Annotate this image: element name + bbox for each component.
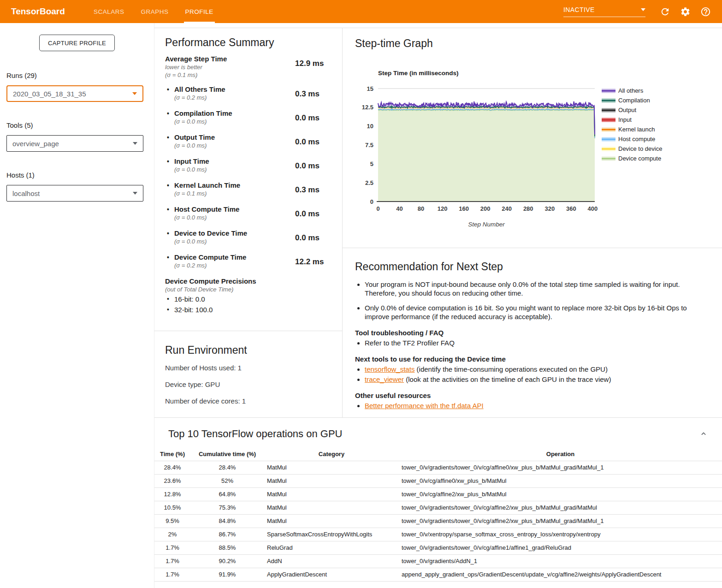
svg-text:360: 360 bbox=[566, 205, 576, 212]
bullet-icon: • bbox=[167, 253, 169, 261]
legend-item[interactable]: Input bbox=[602, 116, 632, 123]
perf-item-value: 0.0 ms bbox=[295, 229, 320, 245]
table-cell: tower_0/v/gradients/tower_0/v/cg/affine1… bbox=[399, 541, 722, 554]
svg-text:Device to device: Device to device bbox=[618, 145, 662, 152]
recommendation-title: Recommendation for Next Step bbox=[355, 261, 694, 273]
recommendation-list: Better performance with the tf.data API bbox=[355, 401, 694, 410]
column-header: Time (%) bbox=[154, 447, 190, 461]
table-cell: 86.7% bbox=[190, 528, 264, 541]
table-cell: 9.5% bbox=[154, 514, 190, 528]
table-cell: 88.5% bbox=[190, 541, 264, 554]
average-step-time-sigma: (σ = 0.1 ms) bbox=[165, 71, 295, 79]
table-cell: tower_0/v/gradients/tower_0/v/cg/affine2… bbox=[399, 501, 722, 514]
table-row: 2%86.7%SparseSoftmaxCrossEntropyWithLogi… bbox=[154, 528, 722, 541]
table-cell: 2% bbox=[154, 528, 190, 541]
table-cell: 1.7% bbox=[154, 554, 190, 568]
run-environment-card: Run Environment Number of Hosts used: 1 … bbox=[154, 331, 342, 417]
chevron-down-icon bbox=[641, 8, 645, 11]
svg-text:15: 15 bbox=[367, 85, 373, 92]
table-cell: tower_0/v/gradients/tower_0/v/cg/affine0… bbox=[399, 461, 722, 474]
perf-summary-item: •Device Compute Time(σ = 0.2 ms)12.2 ms bbox=[165, 253, 325, 269]
tab-profile[interactable]: PROFILE bbox=[184, 0, 215, 23]
tools-select[interactable]: overview_page bbox=[6, 135, 143, 152]
table-cell: tower_0/v/cg/affine0/xw_plus_b/MatMul bbox=[399, 474, 722, 487]
svg-text:160: 160 bbox=[459, 205, 469, 212]
legend-item[interactable]: Host compute bbox=[602, 136, 655, 143]
average-step-time: Average Step Time lower is better (σ = 0… bbox=[165, 55, 325, 79]
bullet-icon: • bbox=[167, 109, 169, 118]
chevron-down-icon bbox=[133, 192, 137, 195]
recommendation-text: Refer to the TF2 Profiler FAQ bbox=[365, 339, 455, 347]
svg-text:Output: Output bbox=[618, 107, 636, 113]
legend-item[interactable]: Device compute bbox=[602, 155, 661, 162]
perf-item-value: 0.0 ms bbox=[295, 109, 320, 125]
precisions-title: Device Compute Precisions bbox=[165, 277, 325, 285]
recommendation-bullets: Your program is NOT input-bound because … bbox=[355, 280, 694, 321]
svg-text:2.5: 2.5 bbox=[365, 179, 373, 186]
svg-text:0: 0 bbox=[370, 198, 373, 205]
perf-item-sigma: (σ = 0.2 ms) bbox=[174, 94, 295, 101]
runs-label: Runs (29) bbox=[6, 71, 154, 79]
table-cell: tower_0/v/gradients/AddN_1 bbox=[399, 554, 722, 568]
svg-text:240: 240 bbox=[502, 205, 512, 212]
perf-item-value: 0.0 ms bbox=[295, 157, 320, 173]
legend-item[interactable]: Output bbox=[602, 107, 636, 113]
svg-text:Host compute: Host compute bbox=[618, 136, 655, 143]
runs-select[interactable]: 2020_03_05_18_31_35 bbox=[6, 85, 143, 102]
bullet-icon: • bbox=[167, 181, 169, 190]
perf-item-value: 0.0 ms bbox=[295, 133, 320, 149]
recommendation-link[interactable]: Better performance with the tf.data API bbox=[365, 402, 484, 410]
perf-item-value: 0.3 ms bbox=[295, 181, 320, 197]
recommendation-item: trace_viewer (look at the activities on … bbox=[365, 375, 694, 384]
table-row: 9.5%84.8%MatMultower_0/v/gradients/tower… bbox=[154, 514, 722, 528]
recommendation-link[interactable]: trace_viewer bbox=[365, 375, 404, 383]
help-button[interactable] bbox=[700, 6, 711, 17]
settings-button[interactable] bbox=[680, 6, 691, 17]
hosts-select[interactable]: localhost bbox=[6, 185, 143, 202]
chevron-down-icon bbox=[132, 92, 137, 95]
step-time-graph-title: Step-time Graph bbox=[355, 37, 722, 50]
table-row: 1.7%90.2%AddNtower_0/v/gradients/AddN_1 bbox=[154, 554, 722, 568]
table-cell: tower_0/v/cg/affine2/xw_plus_b/MatMul bbox=[399, 487, 722, 501]
precision-16bit: •16-bit: 0.0 bbox=[165, 295, 325, 303]
perf-item-sigma: (σ = 0.1 ms) bbox=[174, 190, 295, 197]
tab-bar: SCALARS GRAPHS PROFILE bbox=[92, 0, 215, 23]
legend-item[interactable]: Kernel launch bbox=[602, 126, 655, 133]
table-row: 12.8%64.8%MatMultower_0/v/cg/affine2/xw_… bbox=[154, 487, 722, 501]
recommendation-list: Refer to the TF2 Profiler FAQ bbox=[355, 339, 694, 347]
svg-text:Kernel launch: Kernel launch bbox=[618, 126, 655, 133]
collapse-button[interactable] bbox=[699, 429, 708, 439]
reload-icon bbox=[660, 12, 670, 18]
svg-text:400: 400 bbox=[587, 205, 598, 212]
perf-item-label: Device to Device Time bbox=[174, 229, 247, 237]
table-cell: 91.9% bbox=[190, 568, 264, 581]
tab-scalars[interactable]: SCALARS bbox=[92, 0, 126, 23]
perf-summary-item: •Host Compute Time(σ = 0.0 ms)0.0 ms bbox=[165, 205, 325, 221]
recommendation-link[interactable]: tensorflow_stats bbox=[365, 365, 414, 373]
table-cell: MatMul bbox=[264, 501, 399, 514]
status-dropdown[interactable]: INACTIVE bbox=[563, 6, 645, 17]
average-step-time-value: 12.9 ms bbox=[295, 55, 324, 79]
perf-item-sigma: (σ = 0.0 ms) bbox=[174, 166, 295, 173]
column-header: Operation bbox=[399, 447, 722, 461]
device-cores: Number of device cores: 1 bbox=[165, 397, 342, 405]
perf-item-sigma: (σ = 0.0 ms) bbox=[174, 142, 295, 149]
svg-text:Step Time (in milliseconds): Step Time (in milliseconds) bbox=[378, 70, 459, 77]
reload-button[interactable] bbox=[660, 6, 670, 17]
perf-summary-item: •Output Time(σ = 0.0 ms)0.0 ms bbox=[165, 133, 325, 149]
table-cell: SparseSoftmaxCrossEntropyWithLogits bbox=[264, 528, 399, 541]
precisions-subtitle: (out of Total Device Time) bbox=[165, 286, 325, 293]
legend-item[interactable]: All others bbox=[602, 87, 644, 94]
recommendation-heading: Tool troubleshooting / FAQ bbox=[355, 329, 694, 337]
perf-item-label: Input Time bbox=[174, 157, 209, 165]
table-cell: 10.5% bbox=[154, 501, 190, 514]
average-step-time-note: lower is better bbox=[165, 63, 295, 71]
svg-text:Step Number: Step Number bbox=[468, 221, 505, 228]
app-title: TensorBoard bbox=[0, 0, 81, 23]
legend-item[interactable]: Compilation bbox=[602, 97, 650, 104]
capture-profile-button[interactable]: CAPTURE PROFILE bbox=[39, 35, 115, 51]
tab-graphs[interactable]: GRAPHS bbox=[140, 0, 170, 23]
legend-item[interactable]: Device to device bbox=[602, 145, 662, 152]
table-cell: 84.8% bbox=[190, 514, 264, 528]
app-header: TensorBoard SCALARS GRAPHS PROFILE INACT… bbox=[0, 0, 722, 23]
